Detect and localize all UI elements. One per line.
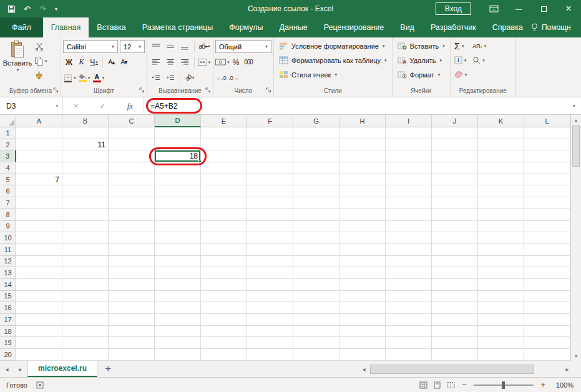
autosum-button[interactable]: Σ ▾ [452,39,469,53]
comma-style-button[interactable]: 000 [242,56,254,69]
cell-G13[interactable] [293,267,339,279]
cell-L10[interactable] [524,232,570,244]
tab-главная[interactable]: Главная [43,17,89,37]
cell-G2[interactable] [293,139,339,151]
cell-A17[interactable] [16,314,62,326]
cell-J11[interactable] [432,244,478,256]
scroll-down-icon[interactable]: ▾ [571,351,581,361]
cell-L6[interactable] [524,185,570,197]
cell-F3[interactable] [247,150,293,162]
cell-D15[interactable] [155,291,201,303]
cell-D12[interactable] [155,256,201,268]
tab-рецензирование[interactable]: Рецензирование [316,17,393,37]
cell-I17[interactable] [386,314,432,326]
row-header-13[interactable]: 13 [0,267,16,279]
cell-C20[interactable] [109,349,155,361]
align-bottom-button[interactable] [178,40,192,53]
cell-D2[interactable] [155,139,201,151]
tab-разработчик[interactable]: Разработчик [422,17,484,37]
cell-I19[interactable] [386,337,432,349]
confirm-entry-button[interactable]: ✓ [99,101,106,110]
cell-D4[interactable] [155,162,201,174]
cell-G17[interactable] [293,314,339,326]
cell-J15[interactable] [432,291,478,303]
cell-C16[interactable] [109,302,155,314]
row-header-15[interactable]: 15 [0,291,16,303]
cell-F15[interactable] [247,291,293,303]
cell-G7[interactable] [293,197,339,209]
cell-A1[interactable] [16,127,62,139]
cell-D18[interactable] [155,326,201,338]
fill-handle[interactable] [198,160,202,163]
cell-G3[interactable] [293,150,339,162]
cell-C4[interactable] [109,162,155,174]
row-header-17[interactable]: 17 [0,314,16,326]
cell-A6[interactable] [16,185,62,197]
cell-J10[interactable] [432,232,478,244]
cell-H19[interactable] [339,337,386,349]
cell-E2[interactable] [201,139,247,151]
cell-G5[interactable] [293,174,339,186]
redo-button[interactable]: ↷ [35,0,51,17]
cell-K9[interactable] [478,221,524,233]
ribbon-display-options-button[interactable] [481,0,506,17]
cell-B8[interactable] [62,209,109,221]
cell-F8[interactable] [247,209,293,221]
formula-input[interactable]: =A5+B2 [144,97,567,114]
cell-K6[interactable] [478,185,524,197]
cell-D10[interactable] [155,232,201,244]
underline-button[interactable]: Ч▾ [88,56,100,69]
cell-J13[interactable] [432,267,478,279]
font-color-button[interactable]: А ▾ [92,71,105,84]
cell-B13[interactable] [62,267,109,279]
previous-sheet-button[interactable]: ◂ [0,361,14,377]
cell-C3[interactable] [109,150,155,162]
cell-E13[interactable] [201,267,247,279]
cell-G4[interactable] [293,162,339,174]
decrease-decimal-button[interactable]: .0→ [228,71,240,84]
cell-E9[interactable] [201,221,247,233]
row-header-6[interactable]: 6 [0,185,16,197]
cell-G11[interactable] [293,244,339,256]
minimize-button[interactable]: — [506,0,531,17]
column-header-L[interactable]: L [524,115,570,127]
cell-E19[interactable] [201,337,247,349]
column-header-I[interactable]: I [386,115,432,127]
italic-button[interactable]: К [76,56,87,69]
cell-D13[interactable] [155,267,201,279]
column-header-J[interactable]: J [432,115,478,127]
column-header-C[interactable]: C [109,115,155,127]
cell-J9[interactable] [432,221,478,233]
font-name-combo[interactable]: Calibri ▾ [63,40,118,53]
row-header-10[interactable]: 10 [0,232,16,244]
cell-K12[interactable] [478,256,524,268]
cell-L14[interactable] [524,279,570,291]
cell-A18[interactable] [16,326,62,338]
zoom-level-label[interactable]: 100% [552,381,574,389]
cell-H4[interactable] [339,162,386,174]
align-left-button[interactable] [149,56,163,69]
cell-C6[interactable] [109,185,155,197]
column-header-E[interactable]: E [201,115,247,127]
number-dialog-launcher[interactable] [266,87,271,96]
cell-E8[interactable] [201,209,247,221]
cell-G1[interactable] [293,127,339,139]
cell-G8[interactable] [293,209,339,221]
cell-L5[interactable] [524,174,570,186]
align-center-button[interactable] [164,56,177,69]
cell-C14[interactable] [109,279,155,291]
column-header-A[interactable]: A [16,115,62,127]
cell-I8[interactable] [386,209,432,221]
find-select-button[interactable]: ▾ [471,53,488,67]
cell-L13[interactable] [524,267,570,279]
zoom-in-button[interactable]: + [539,380,547,390]
cell-I13[interactable] [386,267,432,279]
cell-I4[interactable] [386,162,432,174]
zoom-out-button[interactable]: − [461,380,468,390]
cell-L12[interactable] [524,256,570,268]
macro-record-button[interactable] [36,381,44,389]
cell-L18[interactable] [524,326,570,338]
cell-D11[interactable] [155,244,201,256]
cell-D5[interactable] [155,174,201,186]
column-header-B[interactable]: B [62,115,109,127]
